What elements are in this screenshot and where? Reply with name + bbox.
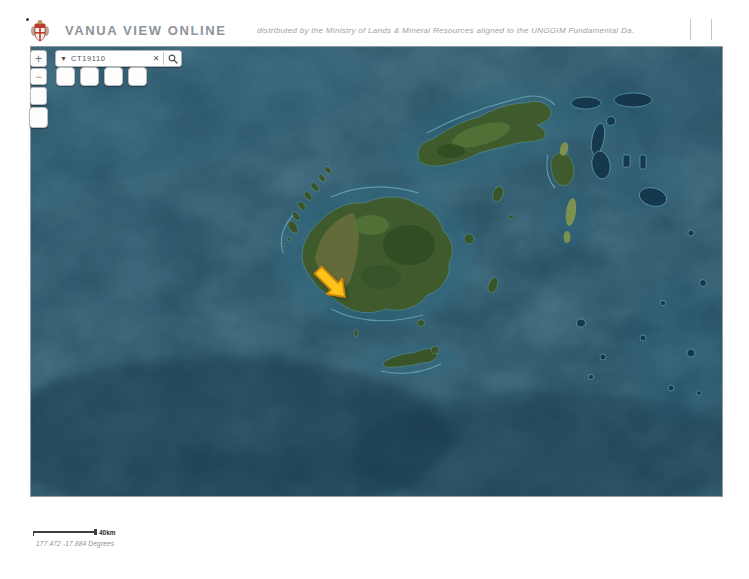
page: VANUA VIEW ONLINE distributed by the Min… xyxy=(0,0,749,579)
map-tool-button-a[interactable] xyxy=(30,87,47,105)
zoom-in-button[interactable]: + xyxy=(30,50,47,67)
map-viewport[interactable] xyxy=(30,46,723,497)
toolbar-button-1[interactable] xyxy=(56,67,75,86)
minus-icon: − xyxy=(35,70,42,84)
island-ovalau xyxy=(464,234,474,244)
coordinate-readout: 177.472 -17.884 Degrees xyxy=(36,540,114,547)
close-icon: ✕ xyxy=(153,54,160,63)
scalebar-left-tick xyxy=(33,531,34,536)
toolbar-button-2[interactable] xyxy=(80,67,99,86)
search-icon xyxy=(168,54,178,64)
header-divider xyxy=(690,19,691,40)
search-input[interactable] xyxy=(71,54,149,63)
toolbar-button-3[interactable] xyxy=(104,67,123,86)
app-title: VANUA VIEW ONLINE xyxy=(65,23,227,38)
plus-icon: + xyxy=(35,52,42,66)
map-scalebar: 40km xyxy=(33,529,105,537)
scalebar-right-tick xyxy=(94,529,97,535)
search-box: ▼ ✕ xyxy=(55,50,182,67)
corner-dot xyxy=(26,18,29,21)
scalebar-line xyxy=(33,531,95,533)
app-subtitle: distributed by the Ministry of Lands & M… xyxy=(257,26,681,35)
map-tool-button-b[interactable] xyxy=(29,107,48,128)
chevron-down-icon: ▼ xyxy=(60,55,67,62)
coat-of-arms-icon xyxy=(30,19,50,43)
search-dropdown-toggle[interactable]: ▼ xyxy=(56,51,71,66)
search-submit-button[interactable] xyxy=(164,51,181,66)
search-clear-button[interactable]: ✕ xyxy=(149,51,163,66)
zoom-out-button[interactable]: − xyxy=(30,68,47,85)
header-divider xyxy=(711,19,712,40)
scalebar-label: 40km xyxy=(99,529,116,536)
toolbar-button-4[interactable] xyxy=(128,67,147,86)
satellite-basemap[interactable] xyxy=(31,47,723,497)
fiji-coat-of-arms-logo xyxy=(30,19,50,43)
